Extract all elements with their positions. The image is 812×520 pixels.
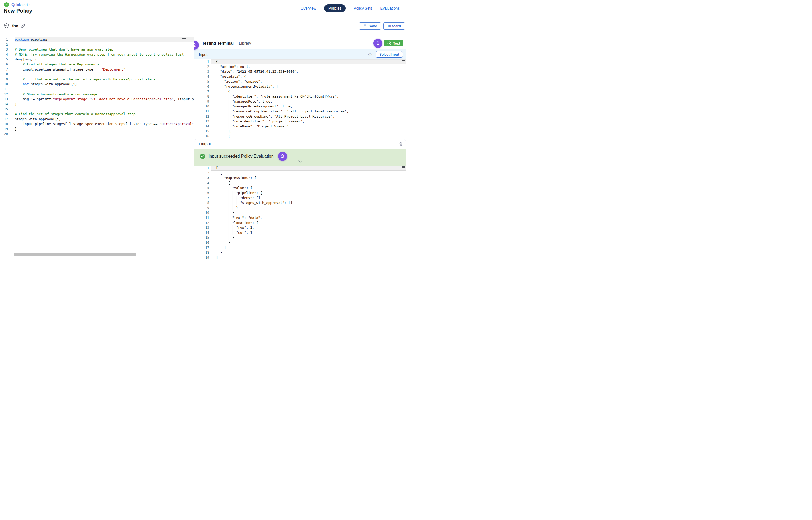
output-json-editor[interactable]: 1[2 {3 "expressions": [4 {5 "value": {6 … bbox=[194, 166, 406, 260]
shield-check-icon bbox=[4, 23, 9, 28]
breadcrumb-link-quickstart[interactable]: Quickstart bbox=[11, 3, 28, 7]
tour-step-1-badge: 1 bbox=[373, 39, 382, 48]
minimap-handle[interactable] bbox=[182, 38, 186, 39]
tour-step-3-badge: 3 bbox=[278, 152, 287, 161]
chevron-right-icon: › bbox=[29, 3, 31, 7]
toolbar-actions: Save Discard bbox=[359, 22, 405, 30]
tour-step-2-badge: 2 bbox=[194, 41, 199, 50]
active-tab-underline bbox=[199, 49, 232, 49]
input-section-header: Input </> Select Input bbox=[194, 49, 406, 59]
nav-item-overview[interactable]: Overview bbox=[301, 6, 316, 10]
top-nav: Overview Policies Policy Sets Evaluation… bbox=[301, 0, 400, 17]
tab-testing-terminal[interactable]: Testing Terminal bbox=[202, 41, 234, 46]
policy-editor-panel: 1package pipeline23# Deny pipelines that… bbox=[0, 37, 194, 260]
harness-logo-icon: ∞ bbox=[4, 2, 9, 7]
terminal-tabs: Testing Terminal Library 1 Test 2 bbox=[194, 37, 406, 49]
success-check-icon bbox=[200, 154, 205, 159]
evaluation-success-banner: Input succeeded Policy Evaluation 3 bbox=[194, 149, 406, 166]
new-policy-page: ∞ Quickstart › New Policy Overview Polic… bbox=[0, 0, 406, 260]
input-scrollbar-handle[interactable] bbox=[402, 60, 405, 61]
testing-terminal-panel: Testing Terminal Library 1 Test 2 Input … bbox=[194, 37, 406, 260]
nav-item-policies[interactable]: Policies bbox=[324, 4, 346, 12]
code-view-icon[interactable]: </> bbox=[368, 53, 372, 56]
input-json-editor[interactable]: 1{2 "action": null,3 "date": "2022-05-05… bbox=[194, 59, 406, 139]
tab-library[interactable]: Library bbox=[239, 41, 251, 46]
output-json-section: 1[2 {3 "expressions": [4 {5 "value": {6 … bbox=[194, 166, 406, 260]
clear-output-trash-icon[interactable] bbox=[399, 142, 403, 146]
breadcrumb: ∞ Quickstart › bbox=[4, 2, 31, 7]
svg-text:∞: ∞ bbox=[5, 3, 8, 6]
policy-name: foo bbox=[12, 24, 18, 28]
output-label: Output bbox=[199, 141, 211, 146]
banner-message: Input succeeded Policy Evaluation bbox=[208, 154, 274, 159]
input-json-section: 1{2 "action": null,3 "date": "2022-05-05… bbox=[194, 59, 406, 139]
edit-pencil-icon[interactable] bbox=[21, 24, 26, 28]
nav-item-evaluations[interactable]: Evaluations bbox=[380, 6, 400, 10]
nav-item-policy-sets[interactable]: Policy Sets bbox=[354, 6, 372, 10]
output-scrollbar-handle[interactable] bbox=[402, 166, 405, 167]
page-title: New Policy bbox=[4, 8, 32, 14]
policy-identity: foo bbox=[4, 23, 26, 28]
input-label: Input bbox=[199, 52, 207, 57]
play-icon bbox=[387, 42, 391, 46]
test-button[interactable]: Test bbox=[384, 40, 403, 47]
expand-chevron-down-icon[interactable] bbox=[298, 160, 303, 163]
save-button[interactable]: Save bbox=[359, 22, 381, 30]
main-area: 1package pipeline23# Deny pipelines that… bbox=[0, 37, 406, 260]
policy-toolbar: foo Save Discard bbox=[0, 17, 406, 37]
page-header: ∞ Quickstart › New Policy Overview Polic… bbox=[0, 0, 406, 17]
discard-button[interactable]: Discard bbox=[383, 22, 405, 30]
select-input-button[interactable]: Select Input bbox=[376, 51, 403, 58]
upload-arrow-icon bbox=[363, 24, 367, 28]
horizontal-scrollbar[interactable] bbox=[14, 253, 136, 256]
output-section-header: Output bbox=[194, 139, 406, 149]
policy-code-editor[interactable]: 1package pipeline23# Deny pipelines that… bbox=[0, 37, 194, 136]
